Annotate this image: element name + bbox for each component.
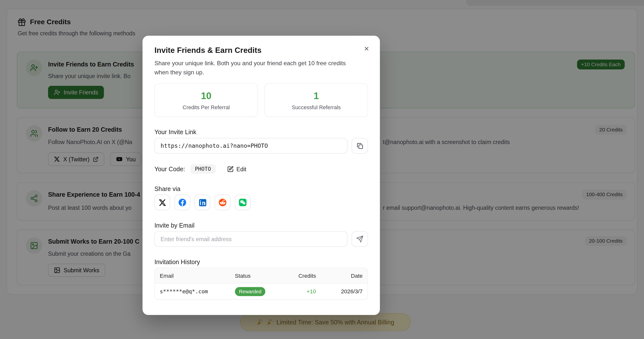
stat-credits-per-referral: 10 Credits Per Referral bbox=[154, 83, 258, 117]
col-email: Email bbox=[160, 272, 235, 279]
col-status: Status bbox=[235, 272, 284, 279]
stat-value: 10 bbox=[201, 90, 212, 101]
edit-label: Edit bbox=[236, 166, 246, 172]
send-icon bbox=[356, 235, 364, 243]
table-header-row: Email Status Credits Date bbox=[155, 268, 368, 283]
facebook-icon bbox=[178, 198, 187, 207]
x-logo-icon bbox=[158, 199, 166, 206]
friend-email-input[interactable] bbox=[154, 231, 348, 247]
invite-link-input[interactable] bbox=[154, 138, 348, 154]
referral-stats: 10 Credits Per Referral 1 Successful Ref… bbox=[154, 83, 368, 117]
invite-modal: Invite Friends & Earn Credits Share your… bbox=[142, 36, 380, 315]
linkedin-icon bbox=[198, 198, 207, 207]
send-invite-button[interactable] bbox=[352, 231, 368, 247]
share-via-label: Share via bbox=[154, 185, 368, 192]
table-row: s******e@q*.com Rewarded +10 2026/3/7 bbox=[155, 283, 368, 299]
row-date: 2026/3/7 bbox=[316, 288, 363, 294]
invitation-history-label: Invitation History bbox=[154, 258, 368, 265]
col-credits: Credits bbox=[284, 272, 316, 279]
status-badge: Rewarded bbox=[235, 287, 266, 296]
col-date: Date bbox=[316, 272, 363, 279]
copy-icon bbox=[356, 142, 363, 149]
reddit-icon bbox=[218, 198, 227, 207]
stat-label: Successful Referrals bbox=[292, 104, 341, 110]
stat-value: 1 bbox=[314, 90, 319, 101]
modal-title: Invite Friends & Earn Credits bbox=[154, 46, 368, 55]
screen: Free Credits Get free credits through th… bbox=[0, 0, 644, 339]
invite-link-label: Your Invite Link bbox=[154, 128, 368, 136]
share-linkedin-button[interactable] bbox=[195, 195, 210, 210]
share-facebook-button[interactable] bbox=[174, 195, 190, 210]
your-code-label: Your Code: bbox=[154, 166, 185, 172]
edit-pen-icon bbox=[227, 166, 234, 172]
share-wechat-button[interactable] bbox=[235, 195, 250, 210]
share-reddit-button[interactable] bbox=[215, 195, 230, 210]
stat-successful-referrals: 1 Successful Referrals bbox=[264, 83, 368, 117]
close-icon[interactable] bbox=[362, 44, 372, 53]
edit-code-button[interactable]: Edit bbox=[227, 166, 246, 172]
copy-button[interactable] bbox=[352, 138, 368, 154]
invitation-history-table: Email Status Credits Date s******e@q*.co… bbox=[154, 268, 368, 300]
share-x-button[interactable] bbox=[154, 195, 170, 210]
referral-code: PHOTO bbox=[190, 164, 216, 174]
share-buttons bbox=[154, 195, 368, 210]
row-email: s******e@q*.com bbox=[160, 288, 235, 294]
row-credits: +10 bbox=[284, 288, 316, 294]
modal-subtitle: Share your unique link. Both you and you… bbox=[154, 59, 360, 77]
wechat-icon bbox=[238, 198, 247, 207]
invite-by-email-label: Invite by Email bbox=[154, 222, 368, 228]
stat-label: Credits Per Referral bbox=[182, 104, 230, 110]
